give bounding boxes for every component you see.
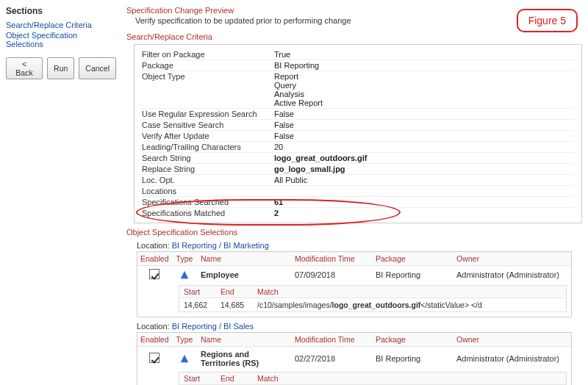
location-heading: Location: BI Reporting / BI Marketing (137, 241, 582, 250)
table-row: Employee07/09/2018BI ReportingAdministra… (137, 266, 571, 284)
back-button[interactable]: < Back (6, 57, 43, 79)
match-header: StartEndMatch (179, 373, 566, 385)
match-row: 14,66214,685/c10/samples/images/logo_gre… (179, 298, 566, 312)
nav-link-selections[interactable]: Object Specification Selections (6, 31, 116, 48)
sidebar-heading: Sections (6, 6, 116, 16)
object-name[interactable]: Regions and Territories (RS) (198, 347, 292, 370)
criteria-label: Replace String (142, 165, 274, 173)
criteria-label: Filter on Package (142, 50, 274, 59)
object-table: EnabledTypeNameModification TimePackageO… (137, 251, 572, 317)
location-heading: Location: BI Reporting / BI Sales (137, 322, 582, 331)
col-type: Type (171, 252, 198, 265)
svg-marker-1 (181, 355, 189, 363)
col-mtime: Modification Time (292, 252, 373, 265)
object-package: BI Reporting (373, 351, 453, 366)
col-package: Package (373, 333, 453, 346)
criteria-row: Case Sensitive SearchFalse (142, 119, 574, 130)
sidebar: Sections Search/Replace Criteria Object … (6, 6, 116, 385)
criteria-value (274, 187, 574, 195)
enabled-checkbox[interactable] (149, 353, 159, 363)
criteria-row: Search Stringlogo_great_outdoors.gif (142, 152, 574, 163)
criteria-label: Case Sensitive Search (142, 120, 274, 129)
report-icon (174, 353, 195, 364)
object-owner: Administrator (Administrator) (453, 267, 571, 282)
criteria-row: Leading/Trailing Characters20 (142, 141, 574, 152)
criteria-value: False (274, 120, 574, 129)
criteria-row: Replace Stringgo_logo_small.jpg (142, 163, 574, 174)
figure-badge: Figure 5 (517, 9, 578, 32)
match-text: /c10/samples/images/logo_great_outdoors.… (253, 298, 566, 312)
main-content: Figure 5 Specification Change Preview Ve… (126, 6, 582, 385)
criteria-label: Package (142, 61, 274, 70)
location-label: Location: (137, 241, 172, 250)
col-enabled: Enabled (137, 252, 171, 265)
enabled-checkbox[interactable] (149, 269, 159, 279)
svg-marker-0 (181, 271, 189, 279)
criteria-row: Specifications Searched61 (142, 196, 574, 207)
criteria-label: Specifications Searched (142, 198, 274, 206)
criteria-heading: Search/Replace Criteria (126, 32, 582, 41)
col-end: End (216, 373, 253, 384)
preview-subtitle: Verify specification to be updated prior… (135, 16, 582, 25)
object-package: BI Reporting (373, 267, 453, 282)
preview-title: Specification Change Preview (126, 6, 582, 15)
col-type: Type (171, 333, 198, 346)
locations-container: Location: BI Reporting / BI MarketingEna… (126, 241, 582, 385)
criteria-label: Specifications Matched (142, 209, 274, 217)
criteria-value: logo_great_outdoors.gif (274, 154, 574, 162)
criteria-label: Object Type (142, 72, 274, 107)
col-mtime: Modification Time (292, 333, 373, 346)
match-header: StartEndMatch (179, 286, 566, 298)
object-name[interactable]: Employee (198, 267, 292, 282)
report-icon (174, 270, 195, 280)
col-match: Match (253, 286, 566, 298)
col-end: End (216, 286, 253, 298)
object-table: EnabledTypeNameModification TimePackageO… (137, 332, 572, 385)
criteria-label: Loc. Opt. (142, 176, 274, 184)
criteria-label: Leading/Trailing Characters (142, 143, 274, 151)
criteria-row: Object TypeReport Query Analysis Active … (142, 71, 574, 108)
criteria-value: 61 (274, 198, 574, 206)
object-mtime: 02/27/2018 (292, 351, 373, 366)
criteria-label: Verify After Update (142, 132, 274, 140)
col-enabled: Enabled (137, 333, 171, 346)
table-header: EnabledTypeNameModification TimePackageO… (137, 333, 571, 347)
criteria-value: 20 (274, 143, 574, 151)
location-path: BI Reporting / BI Marketing (172, 241, 269, 250)
criteria-label: Search String (142, 154, 274, 162)
criteria-label: Use Regular Expression Search (142, 109, 274, 118)
col-start: Start (179, 286, 216, 298)
match-end: 14,685 (216, 298, 253, 312)
col-owner: Owner (453, 333, 571, 346)
col-name: Name (198, 333, 292, 346)
col-package: Package (373, 252, 453, 265)
criteria-row: Filter on PackageTrue (142, 49, 574, 60)
table-row: Regions and Territories (RS)02/27/2018BI… (137, 347, 571, 370)
criteria-value: Report Query Analysis Active Report (274, 72, 574, 107)
criteria-label: Locations (142, 187, 274, 195)
col-name: Name (198, 252, 292, 265)
nav-link-criteria[interactable]: Search/Replace Criteria (6, 21, 116, 29)
match-table: StartEndMatch14,66214,685/c10/samples/im… (179, 285, 567, 312)
criteria-row: Use Regular Expression SearchFalse (142, 108, 574, 119)
selections-heading: Object Specification Selections (126, 228, 582, 237)
criteria-value: False (274, 132, 574, 140)
criteria-value: All Public (274, 176, 574, 184)
col-owner: Owner (453, 252, 571, 265)
criteria-row: Locations (142, 185, 574, 196)
criteria-table: Filter on PackageTruePackageBI Reporting… (134, 44, 582, 223)
col-match: Match (253, 373, 566, 384)
object-owner: Administrator (Administrator) (453, 351, 571, 366)
cancel-button[interactable]: Cancel (79, 57, 116, 79)
criteria-row: PackageBI Reporting (142, 60, 574, 71)
run-button[interactable]: Run (47, 57, 74, 79)
criteria-value: True (274, 50, 574, 59)
location-label: Location: (137, 322, 172, 331)
col-start: Start (179, 373, 216, 384)
object-mtime: 07/09/2018 (292, 267, 373, 282)
match-table: StartEndMatch3,4893,512/c10/samples/imag… (179, 372, 567, 385)
criteria-value: BI Reporting (274, 61, 574, 70)
table-header: EnabledTypeNameModification TimePackageO… (137, 252, 571, 266)
criteria-value: False (274, 109, 574, 118)
criteria-value: 2 (274, 209, 574, 217)
